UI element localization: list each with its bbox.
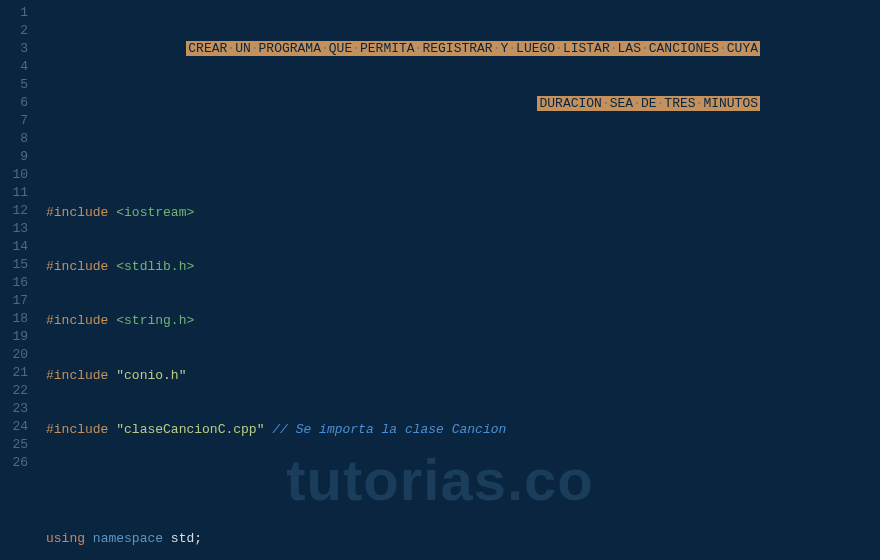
line-number: 16	[0, 274, 28, 292]
line-number: 3	[0, 40, 28, 58]
line-number: 8	[0, 130, 28, 148]
line-number: 7	[0, 112, 28, 130]
line-number: 1	[0, 4, 28, 22]
highlight-text: DURACION·SEA·DE·TRES·MINUTOS	[537, 96, 760, 111]
code-line: #include <iostream>	[46, 204, 880, 222]
code-line: #include <string.h>	[46, 312, 880, 330]
line-number: 19	[0, 328, 28, 346]
line-number: 2	[0, 22, 28, 40]
code-line: #include "conio.h"	[46, 367, 880, 385]
line-number: 20	[0, 346, 28, 364]
line-number: 14	[0, 238, 28, 256]
line-number: 24	[0, 418, 28, 436]
code-line: DURACION·SEA·DE·TRES·MINUTOS	[46, 95, 880, 113]
line-number-gutter: 1234567891011121314151617181920212223242…	[0, 0, 38, 560]
line-number: 9	[0, 148, 28, 166]
line-number: 10	[0, 166, 28, 184]
line-number: 22	[0, 382, 28, 400]
watermark-logo: tutorias.co	[286, 439, 594, 520]
code-line: #include "claseCancionC.cpp" // Se impor…	[46, 421, 880, 439]
code-line: CREAR·UN·PROGRAMA·QUE·PERMITA·REGISTRAR·…	[46, 40, 880, 58]
line-number: 13	[0, 220, 28, 238]
line-number: 18	[0, 310, 28, 328]
line-number: 11	[0, 184, 28, 202]
line-number: 12	[0, 202, 28, 220]
line-number: 26	[0, 454, 28, 472]
code-line: using namespace std;	[46, 530, 880, 548]
line-number: 5	[0, 76, 28, 94]
line-number: 4	[0, 58, 28, 76]
code-line	[46, 149, 880, 167]
highlight-text: CREAR·UN·PROGRAMA·QUE·PERMITA·REGISTRAR·…	[186, 41, 760, 56]
code-line: #include <stdlib.h>	[46, 258, 880, 276]
line-number: 15	[0, 256, 28, 274]
line-number: 21	[0, 364, 28, 382]
line-number: 23	[0, 400, 28, 418]
line-number: 17	[0, 292, 28, 310]
line-number: 6	[0, 94, 28, 112]
line-number: 25	[0, 436, 28, 454]
